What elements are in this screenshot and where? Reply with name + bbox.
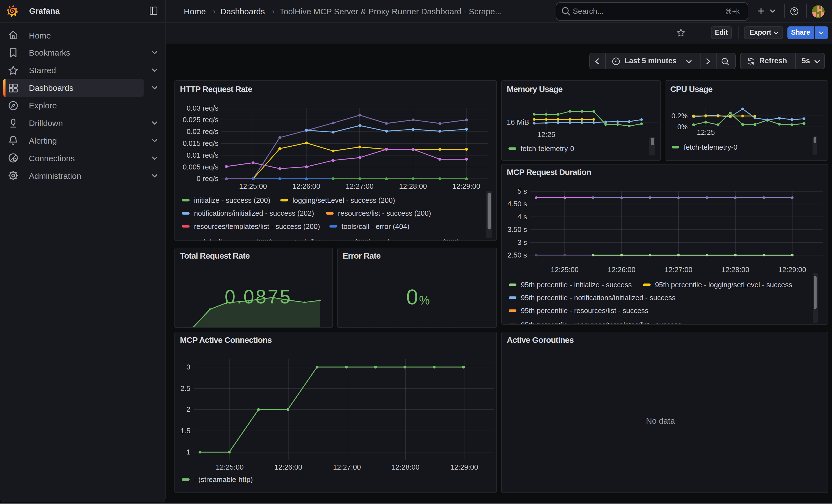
svg-text:3: 3 [186,363,190,371]
svg-text:1.5: 1.5 [181,426,190,435]
svg-text:12:25:00: 12:25:00 [216,463,243,471]
svg-text:12:29:00: 12:29:00 [778,265,806,273]
svg-text:2: 2 [186,405,190,413]
svg-text:3.50 s: 3.50 s [508,225,527,233]
svg-text:1: 1 [186,448,190,456]
svg-text:0.015 req/s: 0.015 req/s [183,139,218,148]
svg-text:2.5: 2.5 [181,384,190,392]
svg-text:initialize - success (200): initialize - success (200) [194,196,270,205]
svg-text:12:28:00: 12:28:00 [391,463,419,471]
svg-text:16 MiB: 16 MiB [507,118,529,126]
svg-text:fetch-telemetry-0: fetch-telemetry-0 [684,143,737,151]
svg-text:0.02 req/s: 0.02 req/s [186,127,218,136]
svg-text:3 s: 3 s [518,238,527,246]
svg-text:2.50 s: 2.50 s [508,250,527,259]
svg-text:12:27:00: 12:27:00 [333,463,361,471]
svg-text:4.50 s: 4.50 s [508,200,527,208]
svg-text:95th percentile - resources/li: 95th percentile - resources/list - succe… [521,306,649,314]
svg-text:0.03 req/s: 0.03 req/s [186,104,218,112]
svg-text:95th percentile - logging/setL: 95th percentile - logging/setLevel - suc… [655,280,792,289]
svg-text:12:29:00: 12:29:00 [450,463,478,471]
svg-text:12:25:00: 12:25:00 [239,182,267,190]
svg-text:12:25: 12:25 [537,130,555,139]
svg-text:logging/setLevel - success (20: logging/setLevel - success (200) [292,196,395,205]
svg-text:0 req/s: 0 req/s [197,175,219,183]
svg-text:12:28:00: 12:28:00 [399,182,427,190]
svg-text:fetch-telemetry-0: fetch-telemetry-0 [521,144,574,153]
svg-text:%: % [419,293,430,307]
svg-text:95th percentile - initialize -: 95th percentile - initialize - success [521,280,632,289]
svg-text:0.2%: 0.2% [671,112,687,120]
svg-text:unknown - success (200): unknown - success (200) [380,238,459,241]
svg-text:- (streamable-http): - (streamable-http) [194,475,253,483]
svg-text:95th percentile - notification: 95th percentile - notifications/initiali… [521,293,675,301]
svg-text:12:26:00: 12:26:00 [292,182,320,190]
svg-text:notifications/initialized - su: notifications/initialized - success (202… [194,209,314,217]
svg-text:12:28:00: 12:28:00 [721,265,749,273]
svg-text:resources/list - success (200): resources/list - success (200) [338,209,431,217]
svg-text:12:27:00: 12:27:00 [346,182,374,190]
svg-text:0.0875: 0.0875 [225,286,292,307]
svg-text:95th percentile - resources/te: 95th percentile - resources/templates/li… [521,320,681,324]
svg-text:resources/templates/list - suc: resources/templates/list - success (200) [194,222,320,231]
svg-text:tools/call - error (404): tools/call - error (404) [341,222,409,231]
svg-text:0.005 req/s: 0.005 req/s [183,163,218,171]
svg-text:12:27:00: 12:27:00 [665,265,692,273]
svg-text:tools/list - success (200): tools/list - success (200) [294,238,371,241]
svg-text:12:25:00: 12:25:00 [551,265,579,273]
svg-text:12:26:00: 12:26:00 [608,265,635,273]
svg-text:5 s: 5 s [518,187,527,195]
svg-text:0.025 req/s: 0.025 req/s [183,115,218,124]
svg-text:0.01 req/s: 0.01 req/s [186,151,218,159]
svg-text:0%: 0% [677,123,688,131]
svg-text:12:26:00: 12:26:00 [274,463,302,471]
svg-text:0: 0 [406,285,418,309]
svg-text:4 s: 4 s [518,212,527,221]
svg-text:12:25: 12:25 [697,128,715,136]
svg-text:tools/call - success (200): tools/call - success (200) [194,238,272,241]
svg-text:12:29:00: 12:29:00 [452,182,480,190]
